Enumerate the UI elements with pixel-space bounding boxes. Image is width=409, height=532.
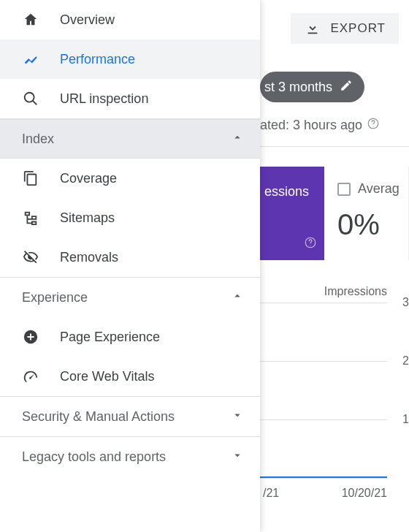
y-tick: 1: [391, 413, 409, 426]
copy-icon: [22, 170, 39, 186]
metric-cards: essions Averag 0%: [260, 167, 409, 260]
divider: [260, 146, 409, 147]
chevron-up-icon: [231, 289, 244, 306]
impressions-label: essions: [264, 184, 320, 200]
date-filter-label: st 3 months: [264, 80, 332, 95]
sidebar-item-label: Overview: [60, 12, 115, 28]
sidebar-item-label: Coverage: [60, 171, 117, 186]
section-label: Legacy tools and reports: [22, 449, 166, 465]
sidebar-item-label: URL inspection: [60, 91, 148, 107]
checkbox-icon[interactable]: [337, 183, 351, 196]
sidebar-item-removals[interactable]: Removals: [0, 238, 260, 277]
edit-icon: [340, 79, 353, 96]
x-tick: 10/20/21: [342, 487, 387, 500]
sidebar-item-label: Page Experience: [60, 330, 160, 345]
svg-point-3: [310, 245, 310, 246]
sidebar-item-label: Performance: [60, 52, 135, 67]
section-head-index[interactable]: Index: [0, 119, 260, 159]
section-head-security[interactable]: Security & Manual Actions: [0, 397, 260, 436]
y-tick: 3: [391, 296, 409, 309]
sidebar-item-label: Sitemaps: [60, 210, 115, 226]
export-label: EXPORT: [330, 21, 386, 36]
date-filter-chip[interactable]: st 3 months: [260, 72, 364, 102]
chevron-down-icon: [231, 449, 244, 466]
sidebar-item-url-inspection[interactable]: URL inspection: [0, 79, 260, 118]
sitemap-icon: [22, 210, 39, 226]
sidebar-item-overview[interactable]: Overview: [0, 0, 260, 39]
section-head-legacy[interactable]: Legacy tools and reports: [0, 437, 260, 476]
chart-body: 3 2 1 /21 10/20/21: [260, 303, 409, 478]
average-value: 0%: [337, 208, 401, 241]
average-card[interactable]: Averag 0%: [324, 167, 409, 260]
y-tick: 2: [391, 354, 409, 368]
sidebar-item-performance[interactable]: Performance: [0, 39, 260, 79]
speedometer-icon: [22, 368, 39, 384]
visibility-off-icon: [22, 249, 39, 265]
last-updated-text: ated: 3 hours ago: [260, 118, 362, 133]
impressions-chart: Impressions 3 2 1 /21 10/20/21: [260, 285, 409, 503]
export-button[interactable]: EXPORT: [291, 13, 399, 44]
chart-title: Impressions: [260, 285, 409, 298]
chevron-down-icon: [231, 408, 244, 425]
x-tick: /21: [263, 487, 279, 500]
chevron-up-icon: [231, 131, 244, 148]
section-label: Security & Manual Actions: [22, 409, 175, 425]
help-icon[interactable]: [304, 236, 317, 253]
trending-up-icon: [22, 51, 39, 67]
sidebar-item-core-web-vitals[interactable]: Core Web Vitals: [0, 357, 260, 396]
chart-series-line: [260, 476, 387, 478]
sidebar-item-page-experience[interactable]: Page Experience: [0, 317, 260, 357]
home-icon: [22, 12, 39, 28]
search-icon: [22, 91, 39, 107]
sidebar-item-label: Core Web Vitals: [60, 369, 154, 384]
plus-circle-icon: [22, 329, 39, 345]
sidebar-item-label: Removals: [60, 250, 118, 265]
sidebar-item-coverage[interactable]: Coverage: [0, 159, 260, 198]
download-icon: [304, 20, 321, 37]
sidebar-item-sitemaps[interactable]: Sitemaps: [0, 198, 260, 238]
section-label: Index: [22, 132, 54, 147]
section-head-experience[interactable]: Experience: [0, 278, 260, 317]
section-label: Experience: [22, 290, 88, 305]
svg-point-1: [373, 126, 374, 126]
impressions-card[interactable]: essions: [260, 167, 324, 260]
help-icon[interactable]: [367, 117, 380, 134]
sidebar: Overview Performance URL inspection Inde…: [0, 0, 260, 532]
last-updated: ated: 3 hours ago: [260, 117, 380, 134]
average-label: Averag: [358, 181, 400, 197]
